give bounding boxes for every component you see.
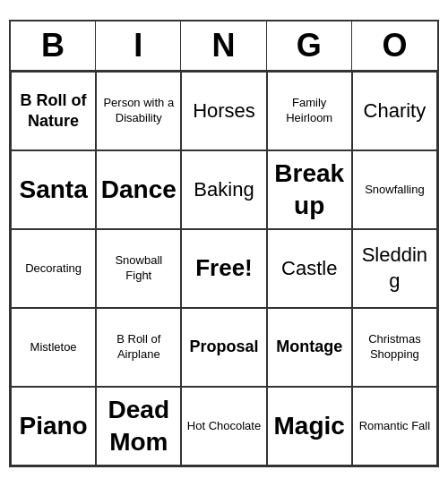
bingo-cell: Snowfalling bbox=[352, 150, 437, 229]
bingo-cell: Castle bbox=[267, 229, 352, 308]
bingo-header: BINGO bbox=[11, 21, 437, 72]
bingo-cell: Christmas Shopping bbox=[352, 308, 437, 387]
bingo-cell: Mistletoe bbox=[11, 308, 96, 387]
bingo-cell: Break up bbox=[267, 150, 352, 229]
bingo-cell: Charity bbox=[352, 72, 437, 150]
bingo-cell: Piano bbox=[11, 387, 96, 466]
bingo-cell: Sledding bbox=[352, 229, 437, 308]
bingo-cell: Romantic Fall bbox=[352, 387, 437, 466]
bingo-cell: Baking bbox=[181, 150, 266, 229]
bingo-cell: Horses bbox=[181, 72, 266, 150]
bingo-cell: B Roll of Airplane bbox=[96, 308, 181, 387]
bingo-cell: Santa bbox=[11, 150, 96, 229]
bingo-cell: Dead Mom bbox=[96, 387, 181, 466]
bingo-cell: Magic bbox=[267, 387, 352, 466]
bingo-cell: Snowball Fight bbox=[96, 229, 181, 308]
header-letter: O bbox=[352, 21, 437, 70]
header-letter: N bbox=[181, 21, 266, 70]
bingo-cell: Person with a Disability bbox=[96, 72, 181, 150]
bingo-cell: Free! bbox=[181, 229, 266, 308]
bingo-cell: Family Heirloom bbox=[267, 72, 352, 150]
bingo-cell: B Roll of Nature bbox=[11, 72, 96, 150]
header-letter: B bbox=[11, 21, 96, 70]
bingo-cell: Montage bbox=[267, 308, 352, 387]
bingo-grid: B Roll of NaturePerson with a Disability… bbox=[11, 72, 437, 466]
bingo-card: BINGO B Roll of NaturePerson with a Disa… bbox=[9, 20, 439, 467]
bingo-cell: Decorating bbox=[11, 229, 96, 308]
header-letter: G bbox=[267, 21, 352, 70]
header-letter: I bbox=[96, 21, 181, 70]
bingo-cell: Hot Chocolate bbox=[181, 387, 266, 466]
bingo-cell: Dance bbox=[96, 150, 181, 229]
bingo-cell: Proposal bbox=[181, 308, 266, 387]
